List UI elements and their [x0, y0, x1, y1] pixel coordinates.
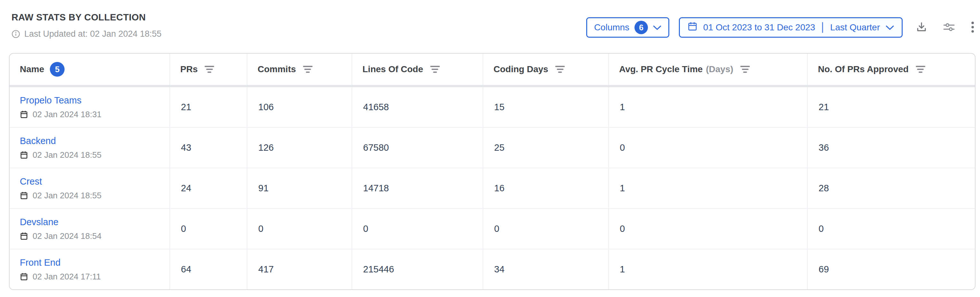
- table-header-row: Name 5 PRs Commits Lines Of Code Coding …: [10, 54, 975, 87]
- calendar-icon: [20, 110, 28, 119]
- prs-approved-cell: 28: [808, 168, 975, 208]
- column-header-lines-of-code: Lines Of Code: [352, 54, 483, 85]
- column-label: Name: [20, 64, 44, 75]
- filter-icon[interactable]: [205, 66, 214, 73]
- row-updated-text: 02 Jan 2024 18:55: [33, 150, 101, 160]
- row-last-updated: 02 Jan 2024 18:55: [20, 150, 101, 160]
- column-label: No. Of PRs Approved: [818, 64, 909, 75]
- column-header-commits: Commits: [247, 54, 352, 85]
- coding-days-cell: 0: [483, 209, 609, 249]
- collection-link[interactable]: Crest: [20, 176, 42, 187]
- prs-approved-cell: 0: [808, 209, 975, 249]
- calendar-icon: [20, 272, 28, 281]
- coding-days-cell: 16: [483, 168, 609, 208]
- table-row: Devslane 02 Jan 2024 18:54 0 0 0 0 0 0: [10, 209, 975, 249]
- lines-of-code-cell: 67580: [352, 128, 483, 168]
- calendar-icon: [20, 191, 28, 200]
- lines-of-code-cell: 14718: [352, 168, 483, 208]
- avg-pr-cycle-time-cell: 1: [609, 168, 808, 208]
- commits-cell: 0: [247, 209, 352, 249]
- date-range-picker[interactable]: 01 Oct 2023 to 31 Dec 2023 Last Quarter: [679, 17, 903, 38]
- calendar-icon: [20, 151, 28, 159]
- page-header: RAW STATS BY COLLECTION Last Updated at:…: [0, 0, 980, 39]
- column-header-name: Name 5: [10, 54, 170, 85]
- row-last-updated: 02 Jan 2024 18:31: [20, 110, 101, 119]
- row-updated-text: 02 Jan 2024 17:11: [33, 272, 101, 282]
- column-label: Coding Days: [493, 64, 548, 75]
- prs-cell: 43: [170, 128, 247, 168]
- coding-days-cell: 15: [483, 87, 609, 127]
- row-last-updated: 02 Jan 2024 17:11: [20, 272, 101, 282]
- prs-cell: 64: [170, 249, 247, 289]
- chevron-down-icon: [653, 22, 661, 33]
- lines-of-code-cell: 41658: [352, 87, 483, 127]
- columns-count-badge: 6: [635, 21, 648, 34]
- prs-cell: 0: [170, 209, 247, 249]
- columns-label: Columns: [594, 22, 629, 33]
- column-header-prs-approved: No. Of PRs Approved: [808, 54, 975, 85]
- table-row: Propelo Teams 02 Jan 2024 18:31 21 106 4…: [10, 87, 975, 128]
- more-options-button[interactable]: [970, 21, 975, 35]
- date-separator: [822, 22, 823, 33]
- calendar-icon: [687, 21, 697, 33]
- column-label-suffix: (Days): [706, 64, 733, 75]
- filter-icon[interactable]: [916, 66, 925, 73]
- collection-link[interactable]: Front End: [20, 257, 60, 268]
- filter-icon[interactable]: [555, 66, 565, 73]
- row-last-updated: 02 Jan 2024 18:54: [20, 231, 101, 241]
- table-body: Propelo Teams 02 Jan 2024 18:31 21 106 4…: [10, 87, 975, 289]
- prs-approved-cell: 69: [808, 249, 975, 289]
- last-updated-text: Last Updated at: 02 Jan 2024 18:55: [24, 29, 161, 39]
- calendar-icon: [20, 232, 28, 240]
- column-label: Commits: [258, 64, 296, 75]
- filter-icon[interactable]: [740, 66, 750, 73]
- coding-days-cell: 25: [483, 128, 609, 168]
- column-label: PRs: [180, 64, 197, 75]
- download-icon: [915, 21, 928, 34]
- commits-cell: 91: [247, 168, 352, 208]
- column-label: Lines Of Code: [363, 64, 423, 75]
- table-row: Backend 02 Jan 2024 18:55 43 126 67580 2…: [10, 128, 975, 168]
- avg-pr-cycle-time-cell: 1: [609, 249, 808, 289]
- filter-icon[interactable]: [430, 66, 440, 73]
- column-header-avg-pr-cycle-time: Avg. PR Cycle Time (Days): [609, 54, 808, 85]
- avg-pr-cycle-time-cell: 0: [609, 209, 808, 249]
- row-updated-text: 02 Jan 2024 18:54: [33, 231, 101, 241]
- prs-approved-cell: 21: [808, 87, 975, 127]
- row-updated-text: 02 Jan 2024 18:55: [33, 191, 101, 200]
- table-row: Crest 02 Jan 2024 18:55 24 91 14718 16 1…: [10, 168, 975, 209]
- name-cell: Propelo Teams 02 Jan 2024 18:31: [10, 87, 170, 127]
- column-label: Avg. PR Cycle Time: [619, 64, 703, 75]
- columns-dropdown-button[interactable]: Columns 6: [586, 17, 669, 38]
- prs-cell: 24: [170, 168, 247, 208]
- row-updated-text: 02 Jan 2024 18:31: [33, 110, 101, 119]
- lines-of-code-cell: 215446: [352, 249, 483, 289]
- info-icon: [11, 30, 20, 38]
- table-row: Front End 02 Jan 2024 17:11 64 417 21544…: [10, 249, 975, 289]
- avg-pr-cycle-time-cell: 0: [609, 128, 808, 168]
- commits-cell: 126: [247, 128, 352, 168]
- name-count-badge: 5: [50, 62, 65, 77]
- name-cell: Crest 02 Jan 2024 18:55: [10, 168, 170, 208]
- name-cell: Devslane 02 Jan 2024 18:54: [10, 209, 170, 249]
- table-settings-button[interactable]: [942, 21, 956, 34]
- kebab-menu-icon: [970, 21, 975, 35]
- sliders-icon: [942, 21, 956, 34]
- date-preset-text: Last Quarter: [830, 22, 880, 33]
- prs-cell: 21: [170, 87, 247, 127]
- name-cell: Front End 02 Jan 2024 17:11: [10, 249, 170, 289]
- collection-link[interactable]: Devslane: [20, 217, 59, 227]
- collection-link[interactable]: Propelo Teams: [20, 95, 81, 106]
- commits-cell: 106: [247, 87, 352, 127]
- row-last-updated: 02 Jan 2024 18:55: [20, 191, 101, 200]
- filter-icon[interactable]: [303, 66, 313, 73]
- column-header-prs: PRs: [170, 54, 247, 85]
- name-cell: Backend 02 Jan 2024 18:55: [10, 128, 170, 168]
- raw-stats-table: Name 5 PRs Commits Lines Of Code Coding …: [9, 53, 975, 290]
- download-button[interactable]: [915, 21, 928, 34]
- prs-approved-cell: 36: [808, 128, 975, 168]
- collection-link[interactable]: Backend: [20, 136, 56, 146]
- lines-of-code-cell: 0: [352, 209, 483, 249]
- toolbar: Columns 6 01 Oct 2023 to 31 Dec 2023 Las…: [586, 17, 975, 38]
- chevron-down-icon: [886, 22, 894, 33]
